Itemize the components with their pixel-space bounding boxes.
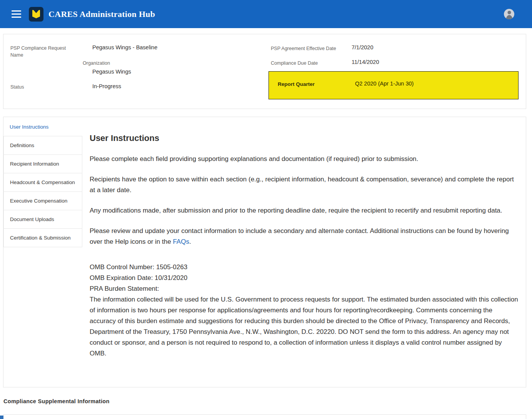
compliance-summary-card: PSP Compliance Request Name Pegasus Wing… — [3, 34, 526, 109]
supplemental-information-card-partial — [3, 414, 526, 419]
tab-definitions[interactable]: Definitions — [3, 136, 82, 155]
organization-label: Organization — [83, 60, 110, 67]
request-name-label: PSP Compliance Request Name — [10, 45, 72, 59]
tab-certification-submission[interactable]: Certification & Submission — [3, 228, 82, 247]
report-quarter-label: Report Quarter — [278, 81, 315, 87]
main-card: User Instructions Definitions Recipient … — [3, 117, 526, 387]
partial-blue-element — [0, 416, 3, 419]
supplemental-information-heading: Compliance Supplemental Information — [3, 399, 532, 404]
tab-recipient-information[interactable]: Recipient Information — [3, 154, 82, 173]
section-tab-list: User Instructions Definitions Recipient … — [3, 117, 82, 387]
page-title: User Instructions — [90, 132, 518, 144]
request-name-value: Pegasus Wings - Baseline — [92, 44, 157, 51]
due-date-label: Compliance Due Date — [271, 60, 318, 67]
tab-executive-compensation[interactable]: Executive Compensation — [3, 191, 82, 210]
user-avatar-button[interactable] — [504, 9, 514, 19]
tab-user-instructions[interactable]: User Instructions — [3, 117, 82, 136]
omb-statement-block: OMB Control Number: 1505-0263 OMB Expira… — [90, 262, 518, 359]
effective-date-label: PSP Agreement Effective Date — [271, 45, 336, 52]
faqs-link[interactable]: FAQs — [173, 238, 189, 245]
paragraph-4-text: Please review and update your contact in… — [90, 227, 509, 245]
omb-expiration-date: OMB Expiration Date: 10/31/2020 — [90, 273, 518, 283]
shield-icon — [32, 10, 40, 18]
instructions-paragraph-2: Recipients have the option to save withi… — [90, 174, 518, 196]
report-quarter-value: Q2 2020 (Apr 1-Jun 30) — [355, 80, 414, 87]
app-title: CARES Administration Hub — [48, 9, 155, 19]
paragraph-4-period: . — [189, 238, 191, 245]
status-value: In-Progress — [92, 82, 121, 90]
top-navbar: CARES Administration Hub — [0, 0, 532, 28]
effective-date-value: 7/1/2020 — [352, 44, 373, 51]
organization-value: Pegasus Wings — [92, 68, 131, 75]
instructions-paragraph-1: Please complete each field providing sup… — [90, 154, 518, 164]
instructions-paragraph-3: Any modifications made, after submission… — [90, 205, 518, 216]
tab-headcount-compensation[interactable]: Headcount & Compensation — [3, 173, 82, 192]
status-label: Status — [10, 84, 24, 91]
instructions-paragraph-4: Please review and update your contact in… — [90, 226, 518, 247]
pra-burden-statement-body: The information collected will be used f… — [90, 296, 518, 357]
pra-burden-statement-label: PRA Burden Statement: — [90, 283, 518, 294]
tab-document-uploads[interactable]: Document Uploads — [3, 210, 82, 229]
tab-content-panel: User Instructions Please complete each f… — [82, 117, 526, 387]
hamburger-menu-icon[interactable] — [12, 10, 21, 18]
report-quarter-highlight: Report Quarter Q2 2020 (Apr 1-Jun 30) — [269, 71, 519, 99]
omb-control-number: OMB Control Number: 1505-0263 — [90, 262, 518, 273]
app-logo[interactable] — [29, 7, 43, 22]
due-date-value: 11/14/2020 — [352, 58, 379, 66]
